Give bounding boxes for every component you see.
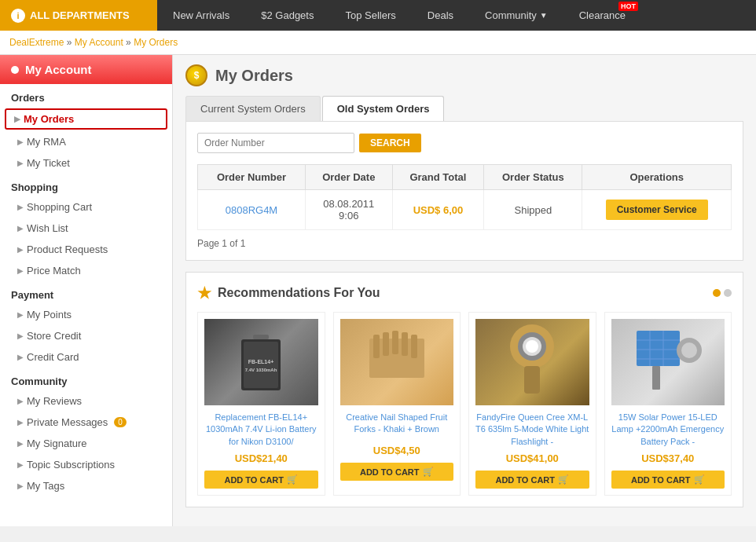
sidebar-arrow-icon: ▶ [17,203,24,211]
customer-service-button[interactable]: Customer Service [606,200,708,220]
nav-community[interactable]: Community ▼ [469,0,563,31]
cart-icon-4: 🛒 [694,474,705,485]
carousel-dots [713,289,732,297]
cart-icon-1: 🛒 [287,474,298,485]
sidebar-item-private-messages[interactable]: ▶ Private Messages 0 [0,412,172,433]
order-date-cell: 08.08.20119:06 [305,190,392,230]
sidebar-item-price-match[interactable]: ▶ Price Match [0,260,172,281]
nav-2dollar-gadgets[interactable]: $2 Gadgets [245,0,329,31]
breadcrumb-site-link[interactable]: DealExtreme [9,37,64,48]
order-status-cell: Shipped [484,190,582,230]
order-number-link[interactable]: 0808RG4M [226,204,277,216]
sidebar-label: My RMA [27,136,66,148]
add-to-cart-button-3[interactable]: ADD TO CART 🛒 [475,471,589,489]
product-card-4: 15W Solar Power 15-LED Lamp +2200mAh Eme… [604,312,732,496]
grand-total-cell: USD$ 6,00 [392,190,484,230]
tab-current-system-orders[interactable]: Current System Orders [185,96,321,121]
col-order-status: Order Status [484,165,582,190]
main-content: $ My Orders Current System Orders Old Sy… [173,55,756,526]
sidebar-arrow-icon: ▶ [17,224,24,233]
page-title-bar: $ My Orders [185,64,743,86]
nav-deals[interactable]: Deals [412,0,469,31]
col-order-date: Order Date [305,165,392,190]
tab-old-system-orders[interactable]: Old System Orders [322,96,445,121]
nav-items: New Arrivals $2 Gadgets Top Sellers Deal… [157,0,641,31]
sidebar-arrow-icon: ▶ [17,460,24,469]
all-departments-label: ALL DEPARTMENTS [30,9,130,21]
table-row: 0808RG4M 08.08.20119:06 USD$ 6,00 Shippe… [198,190,732,230]
add-to-cart-button-2[interactable]: ADD TO CART 🛒 [340,463,454,481]
sidebar-section-payment: Payment [0,281,172,304]
hot-badge: HOT [618,2,638,11]
search-button[interactable]: SEARCH [359,134,421,152]
sidebar-arrow-icon: ▶ [14,115,20,123]
breadcrumb: DealExtreme » My Account » My Orders [0,31,756,55]
product-image-4 [611,319,725,405]
sidebar-header-dot [11,66,19,74]
recommendations-header: ★ Recommendations For You [197,284,732,302]
svg-point-14 [526,340,538,353]
tabs: Current System Orders Old System Orders [185,96,743,121]
add-to-cart-label-2: ADD TO CART [360,467,420,477]
sidebar-item-my-signature[interactable]: ▶ My Signature [0,433,172,454]
sidebar-section-orders: Orders [0,84,172,107]
sidebar-label: Private Messages [27,416,108,428]
svg-rect-10 [411,335,417,358]
sidebar-label: My Orders [24,113,74,125]
recommendations-panel: ★ Recommendations For You [185,272,743,507]
page-title: My Orders [215,67,293,85]
sidebar-arrow-icon: ▶ [17,397,24,405]
table-header-row: Order Number Order Date Grand Total Orde… [198,165,732,190]
sidebar-arrow-icon: ▶ [17,418,24,427]
carousel-dot-1[interactable] [713,289,721,297]
top-navigation: i ALL DEPARTMENTS New Arrivals $2 Gadget… [0,0,756,31]
product-price-4: USD$37,40 [611,452,725,464]
svg-rect-7 [383,332,389,356]
nav-clearance[interactable]: Clearance HOT [563,0,641,31]
sidebar-section-shopping: Shopping [0,174,172,196]
svg-rect-9 [402,332,408,356]
sidebar-label: My Signature [27,438,87,449]
sidebar-item-my-tags[interactable]: ▶ My Tags [0,475,172,496]
sidebar-item-my-points[interactable]: ▶ My Points [0,304,172,325]
operations-cell: Customer Service [582,190,732,230]
coin-icon: $ [185,64,207,86]
sidebar: My Account Orders ▶ My Orders ▶ My RMA ▶… [0,55,173,526]
sidebar-item-my-ticket[interactable]: ▶ My Ticket [0,152,172,174]
breadcrumb-current: My Orders [134,37,178,48]
sidebar-item-my-rma[interactable]: ▶ My RMA [0,131,172,152]
community-dropdown-icon: ▼ [540,11,548,20]
search-input[interactable] [197,133,354,153]
nav-top-sellers[interactable]: Top Sellers [329,0,411,31]
sidebar-arrow-icon: ▶ [17,159,24,167]
sidebar-item-shopping-cart[interactable]: ▶ Shopping Cart [0,196,172,218]
add-to-cart-button-4[interactable]: ADD TO CART 🛒 [611,471,725,489]
nav-label: $2 Gadgets [261,9,314,21]
nav-new-arrivals[interactable]: New Arrivals [157,0,245,31]
departments-icon: i [11,9,25,23]
svg-text:FB-EL14+: FB-EL14+ [248,359,273,364]
sidebar-item-product-requests[interactable]: ▶ Product Requests [0,239,172,260]
breadcrumb-account-link[interactable]: My Account [75,37,123,48]
nav-label: Clearance [579,9,626,21]
sidebar-item-store-credit[interactable]: ▶ Store Credit [0,325,172,346]
sidebar-item-my-orders[interactable]: ▶ My Orders [5,108,167,130]
sidebar-arrow-icon: ▶ [17,310,24,319]
col-operations: Operations [582,165,732,190]
carousel-dot-2[interactable] [724,289,732,297]
all-departments-button[interactable]: i ALL DEPARTMENTS [0,0,157,31]
svg-point-23 [681,342,697,358]
sidebar-item-credit-card[interactable]: ▶ Credit Card [0,346,172,368]
cart-icon-2: 🛒 [423,467,434,477]
svg-rect-0 [253,335,269,339]
add-to-cart-button-1[interactable]: ADD TO CART 🛒 [204,471,318,489]
sidebar-arrow-icon: ▶ [17,137,24,146]
sidebar-item-wish-list[interactable]: ▶ Wish List [0,218,172,239]
sidebar-arrow-icon: ▶ [17,245,24,254]
sidebar-label: My Ticket [27,157,70,169]
svg-rect-8 [392,331,398,354]
product-image-1: FB-EL14+ 7.4V 1030mAh [204,319,318,405]
sidebar-item-topic-subscriptions[interactable]: ▶ Topic Subscriptions [0,454,172,475]
sidebar-item-my-reviews[interactable]: ▶ My Reviews [0,390,172,412]
add-to-cart-label-4: ADD TO CART [631,475,691,485]
